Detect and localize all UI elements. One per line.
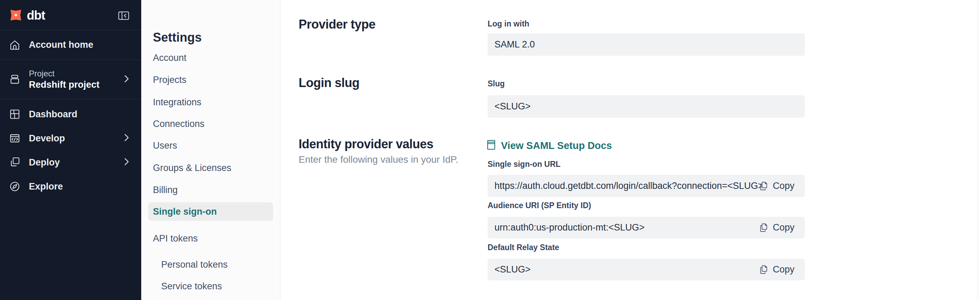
dbt-logo-icon [8,8,23,23]
main-sidebar: dbt Account home [0,0,141,300]
sidebar-item-label: Account home [29,40,94,50]
sidebar-item-account-home[interactable]: Account home [0,30,141,60]
sidebar-item-label: Develop [29,133,65,144]
explore-compass-icon [9,180,21,192]
settings-item-groups-licenses[interactable]: Groups & Licenses [153,159,231,177]
develop-icon [9,132,21,144]
view-saml-setup-docs-link[interactable]: View SAML Setup Docs [487,139,612,152]
settings-item-service-tokens[interactable]: Service tokens [161,277,222,295]
project-name: Redshift project [29,79,100,90]
settings-item-personal-tokens[interactable]: Personal tokens [161,255,228,274]
project-labels: Project Redshift project [29,68,100,90]
project-eyebrow: Project [29,68,100,79]
settings-item-account[interactable]: Account [153,48,186,67]
sidebar-item-dashboard[interactable]: Dashboard [0,102,141,127]
settings-item-api-tokens[interactable]: API tokens [153,229,198,248]
audience-uri-value: urn:auth0:us-production-mt:<SLUG> [495,222,644,233]
sso-url-value: https://auth.cloud.getdbt.com/login/call… [495,180,764,191]
provider-type-field[interactable]: SAML 2.0 [488,34,805,56]
login-slug-heading: Login slug [299,76,360,90]
copy-sso-url-button[interactable]: Copy [759,180,794,191]
copy-button-label: Copy [773,264,794,275]
settings-item-single-sign-on[interactable]: Single sign-on [148,202,273,221]
sidebar-item-label: Explore [29,181,63,192]
copy-audience-uri-button[interactable]: Copy [759,222,794,233]
scrollbar-track-divider [978,0,978,300]
copy-button-label: Copy [773,180,794,191]
chevron-right-icon [124,75,129,84]
provider-type-value: SAML 2.0 [495,39,535,50]
settings-item-users[interactable]: Users [153,136,177,155]
settings-nav: Settings Account Projects Integrations C… [141,0,280,300]
copy-button-label: Copy [773,222,794,233]
docs-icon [487,139,496,152]
slug-label: Slug [488,79,505,88]
settings-nav-title: Settings [153,30,202,45]
default-relay-state-label: Default Relay State [488,243,559,252]
audience-uri-field[interactable]: urn:auth0:us-production-mt:<SLUG> Copy [488,217,805,238]
slug-value: <SLUG> [495,101,531,112]
idp-values-subtitle: Enter the following values in your IdP. [299,154,458,165]
docs-link-label: View SAML Setup Docs [501,140,612,152]
sidebar-item-project[interactable]: Project Redshift project [0,60,141,99]
dbt-logo-text: dbt [27,8,45,23]
idp-values-heading: Identity provider values [299,137,433,152]
sidebar-item-deploy[interactable]: Deploy [0,150,141,175]
copy-relay-state-button[interactable]: Copy [759,264,794,275]
logo-row: dbt [0,0,141,30]
dashboard-icon [9,109,21,120]
audience-uri-label: Audience URI (SP Entity ID) [488,201,591,210]
dbt-cloud-app: dbt Account home [0,0,980,300]
sidebar-item-explore[interactable]: Explore [0,174,141,199]
chevron-right-icon [124,158,129,167]
project-icon [9,73,21,85]
sso-url-label: Single sign-on URL [488,160,560,169]
sso-url-field[interactable]: https://auth.cloud.getdbt.com/login/call… [488,175,805,197]
settings-item-projects[interactable]: Projects [153,70,186,89]
deploy-icon [9,156,21,168]
sidebar-item-label: Deploy [29,157,60,168]
settings-item-integrations[interactable]: Integrations [153,93,201,112]
settings-item-billing[interactable]: Billing [153,180,178,199]
sidebar-item-label: Dashboard [29,109,77,120]
settings-item-connections[interactable]: Connections [153,115,204,133]
sidebar-item-develop[interactable]: Develop [0,126,141,151]
log-in-with-label: Log in with [488,19,529,29]
default-relay-state-field[interactable]: <SLUG> Copy [488,259,805,280]
active-settings-item-label: Single sign-on [153,202,217,221]
chevron-right-icon [124,134,129,143]
collapse-sidebar-icon[interactable] [118,11,129,20]
sso-settings-content: Provider type Log in with SAML 2.0 Login… [280,0,980,300]
default-relay-state-value: <SLUG> [495,264,531,275]
slug-field[interactable]: <SLUG> [488,95,805,118]
provider-type-heading: Provider type [299,17,375,32]
home-icon [9,39,21,51]
